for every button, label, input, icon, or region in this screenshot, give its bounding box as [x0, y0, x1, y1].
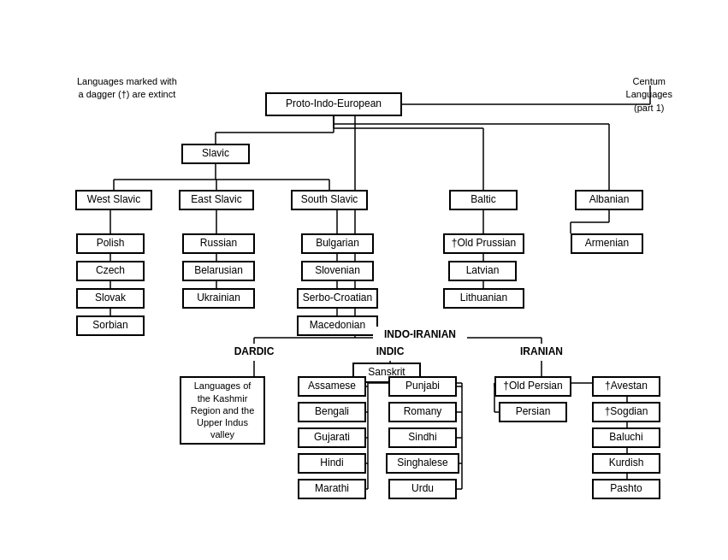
node-hindi: Hindi	[298, 453, 366, 474]
node-sindhi: Sindhi	[388, 427, 457, 448]
node-south_slavic: South Slavic	[291, 190, 368, 210]
node-slovak: Slovak	[76, 288, 145, 309]
node-baluchi: Baluchi	[592, 427, 660, 448]
note-right: CentumLanguages(part 1)	[626, 75, 672, 115]
node-lithuanian: Lithuanian	[443, 288, 524, 309]
node-kurdish: Kurdish	[592, 453, 660, 474]
node-sorbian: Sorbian	[76, 315, 145, 336]
node-proto: Proto-Indo-European	[265, 92, 402, 116]
node-indo_iranian: INDO-IRANIAN	[373, 327, 467, 344]
node-marathi: Marathi	[298, 479, 366, 499]
node-avestan: †Avestan	[592, 376, 660, 397]
node-sogdian: †Sogdian	[592, 402, 660, 422]
node-gujarati: Gujarati	[298, 427, 366, 448]
node-pashto: Pashto	[592, 479, 660, 499]
node-iranian: IRANIAN	[512, 344, 571, 361]
node-singhalese: Singhalese	[386, 453, 459, 474]
node-bulgarian: Bulgarian	[301, 233, 374, 254]
node-macedonian: Macedonian	[297, 315, 378, 336]
node-east_slavic: East Slavic	[179, 190, 254, 210]
node-assamese: Assamese	[298, 376, 366, 397]
node-indic: INDIC	[364, 344, 416, 361]
node-albanian: Albanian	[575, 190, 643, 210]
node-slavic: Slavic	[181, 144, 250, 164]
node-punjabi: Punjabi	[388, 376, 457, 397]
node-armenian: Armenian	[571, 233, 643, 254]
node-old_prussian: †Old Prussian	[443, 233, 524, 254]
node-belarusian: Belarusian	[182, 261, 255, 281]
node-ukrainian: Ukrainian	[182, 288, 255, 309]
node-bengali: Bengali	[298, 402, 366, 422]
node-romany: Romany	[388, 402, 457, 422]
note-left: Languages marked witha dagger (†) are ex…	[77, 75, 177, 102]
node-urdu: Urdu	[388, 479, 457, 499]
page-title	[0, 0, 728, 15]
node-czech: Czech	[76, 261, 145, 281]
node-russian: Russian	[182, 233, 255, 254]
node-latvian: Latvian	[448, 261, 517, 281]
node-polish: Polish	[76, 233, 145, 254]
node-kashmir: Languages ofthe KashmirRegion and theUpp…	[180, 376, 265, 445]
node-persian: Persian	[499, 402, 567, 422]
page: Languages marked witha dagger (†) are ex…	[0, 0, 728, 560]
node-dardic: DARDIC	[224, 344, 284, 361]
node-west_slavic: West Slavic	[75, 190, 152, 210]
node-serbo_croatian: Serbo-Croatian	[297, 288, 378, 309]
node-old_persian: †Old Persian	[494, 376, 571, 397]
node-baltic: Baltic	[449, 190, 518, 210]
node-slovenian: Slovenian	[301, 261, 374, 281]
